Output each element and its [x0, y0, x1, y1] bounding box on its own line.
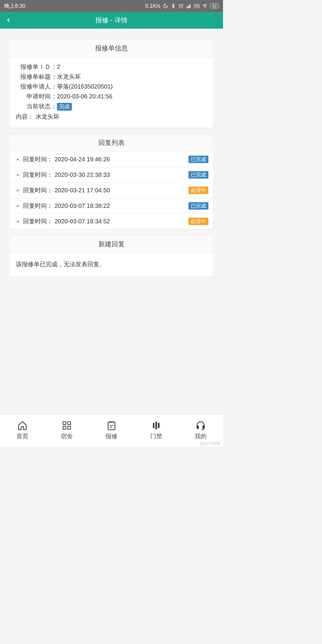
- label-content: 内容：: [16, 113, 34, 120]
- label-apply-time: 申请时间：: [16, 92, 57, 101]
- row-content: 内容： 水龙头坏: [16, 112, 207, 122]
- signal-icon: [186, 3, 191, 9]
- svg-rect-15: [203, 426, 205, 428]
- value-title: 水龙头坏: [57, 72, 207, 82]
- nav-mine-label: 我的: [195, 432, 207, 440]
- value-apply-time: 2020-03-06 20:41:56: [57, 92, 207, 101]
- reply-time-label: 回复时间：: [23, 155, 53, 163]
- status-speed: 0.1K/s: [145, 3, 160, 9]
- page-title: 报修 - 详情: [0, 16, 223, 25]
- grid-icon: [62, 420, 72, 431]
- reply-time-value: 2020-03-07 18:38:22: [55, 202, 187, 209]
- repair-info-card: 报修单信息 报修单ＩＤ： 2 报修单标题： 水龙头坏 报修申请人： 華落(201…: [10, 39, 213, 128]
- alarm-icon: [178, 3, 184, 9]
- wifi-icon: [202, 3, 208, 9]
- reply-row[interactable]: 回复时间：2020-04-24 19:46:26已完成: [10, 152, 213, 167]
- svg-rect-11: [153, 423, 154, 428]
- svg-rect-1: [186, 7, 187, 8]
- reply-list-body: 回复时间：2020-04-24 19:46:26已完成回复时间：2020-03-…: [10, 152, 213, 229]
- status-badge: 已完成: [188, 171, 208, 179]
- bottom-nav: 首页 宿舍 报修 门禁 我的: [0, 414, 223, 446]
- reply-time-label: 回复时间：: [23, 171, 53, 179]
- reply-time-label: 回复时间：: [23, 217, 53, 225]
- status-badge: 处理中: [188, 187, 208, 194]
- nav-access-label: 门禁: [150, 432, 162, 440]
- reply-row[interactable]: 回复时间：2020-03-21 17:04:50处理中: [10, 182, 213, 198]
- label-title: 报修单标题：: [16, 72, 57, 82]
- status-badge: 完成: [57, 103, 72, 111]
- reply-row[interactable]: 回复时间：2020-03-07 18:38:22已完成: [10, 198, 213, 213]
- row-applicant: 报修申请人： 華落(201635020501): [16, 82, 207, 92]
- value-content: 水龙头坏: [35, 113, 59, 120]
- label-applicant: 报修申请人：: [16, 82, 57, 92]
- moon-icon: [163, 3, 168, 9]
- hd-icon: HD: [194, 4, 200, 8]
- reply-time-value: 2020-03-21 17:04:50: [55, 187, 187, 194]
- reply-status: 已完成: [188, 156, 208, 163]
- home-icon: [17, 420, 27, 431]
- label-status: 当前状态：: [16, 101, 57, 111]
- status-time: 晚上8:30: [4, 2, 25, 10]
- chevron-up-icon: [15, 157, 21, 162]
- watermark: @51CTO博客: [200, 441, 221, 446]
- nav-repair[interactable]: 报修: [89, 414, 134, 446]
- door-icon: [151, 420, 161, 431]
- value-applicant: 華落(201635020501): [57, 82, 207, 92]
- reply-status: 已完成: [188, 171, 208, 179]
- row-title: 报修单标题： 水龙头坏: [16, 72, 207, 82]
- status-bar: 晚上8:30 0.1K/s HD 92: [0, 0, 223, 12]
- chevron-up-icon: [15, 204, 21, 208]
- svg-rect-9: [68, 426, 71, 429]
- chevron-up-icon: [15, 219, 21, 224]
- headset-icon: [196, 420, 206, 431]
- reply-row[interactable]: 回复时间：2020-03-07 18:34:52处理中: [10, 213, 213, 229]
- nav-home-label: 首页: [16, 432, 28, 440]
- svg-rect-3: [189, 5, 189, 8]
- nav-repair-label: 报修: [106, 432, 117, 440]
- svg-rect-12: [155, 422, 157, 429]
- back-button[interactable]: [0, 12, 17, 29]
- battery-icon: 92: [210, 3, 219, 9]
- reply-list-header: 回复列表: [10, 134, 213, 152]
- status-badge: 已完成: [188, 156, 208, 163]
- nav-access[interactable]: 门禁: [134, 414, 179, 446]
- clipboard-icon: [106, 420, 117, 431]
- svg-rect-10: [108, 422, 115, 430]
- new-reply-message: 该报修单已完成，无法发表回复。: [10, 253, 213, 277]
- reply-status: 处理中: [188, 187, 208, 194]
- svg-rect-4: [190, 4, 191, 8]
- bluetooth-icon: [171, 3, 176, 9]
- reply-time-value: 2020-03-30 22:38:33: [55, 171, 187, 178]
- reply-time-value: 2020-04-24 19:46:26: [55, 156, 187, 163]
- repair-info-header: 报修单信息: [10, 40, 213, 57]
- row-apply-time: 申请时间： 2020-03-06 20:41:56: [16, 92, 207, 101]
- label-id: 报修单ＩＤ：: [16, 62, 57, 72]
- svg-rect-14: [197, 426, 199, 428]
- value-status: 完成: [57, 101, 207, 111]
- status-badge: 已完成: [188, 202, 208, 210]
- reply-time-value: 2020-03-07 18:34:52: [55, 218, 187, 225]
- svg-rect-8: [63, 426, 66, 429]
- svg-rect-13: [158, 423, 160, 428]
- svg-rect-6: [63, 422, 66, 425]
- nav-dorm-label: 宿舍: [61, 432, 73, 440]
- reply-status: 处理中: [188, 218, 208, 225]
- svg-rect-2: [188, 6, 188, 8]
- status-right: 0.1K/s HD 92: [145, 3, 219, 9]
- reply-time-label: 回复时间：: [23, 202, 53, 210]
- row-id: 报修单ＩＤ： 2: [16, 62, 207, 72]
- nav-home[interactable]: 首页: [0, 414, 45, 446]
- reply-time-label: 回复时间：: [23, 186, 53, 194]
- row-status: 当前状态： 完成: [16, 101, 207, 111]
- nav-dorm[interactable]: 宿舍: [45, 414, 89, 446]
- chevron-up-icon: [15, 188, 21, 193]
- reply-status: 已完成: [188, 202, 208, 210]
- reply-list-card: 回复列表 回复时间：2020-04-24 19:46:26已完成回复时间：202…: [10, 134, 213, 229]
- svg-rect-7: [68, 422, 71, 425]
- reply-row[interactable]: 回复时间：2020-03-30 22:38:33已完成: [10, 167, 213, 182]
- repair-info-body: 报修单ＩＤ： 2 报修单标题： 水龙头坏 报修申请人： 華落(201635020…: [10, 57, 213, 128]
- content: 报修单信息 报修单ＩＤ： 2 报修单标题： 水龙头坏 报修申请人： 華落(201…: [0, 29, 223, 277]
- status-badge: 处理中: [188, 218, 208, 225]
- new-reply-card: 新建回复 该报修单已完成，无法发表回复。: [10, 235, 213, 277]
- svg-point-5: [205, 7, 205, 8]
